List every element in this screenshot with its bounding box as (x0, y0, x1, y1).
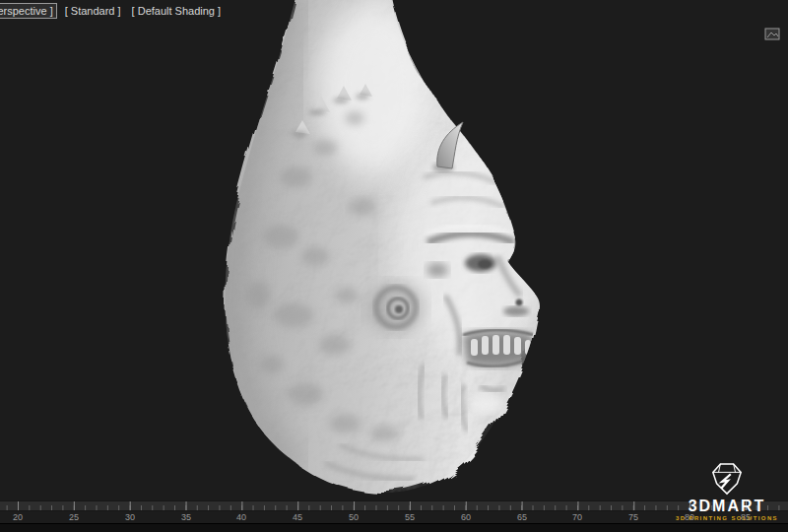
timeline-frame-label: 55 (405, 512, 415, 522)
viewport-pov-label[interactable]: [ Perspective ] (0, 3, 57, 19)
timeline-frame-label: 75 (628, 512, 638, 522)
timeline-frame-label: 40 (236, 512, 246, 522)
timeline-frame-label: 65 (517, 512, 527, 522)
viewport-shading-label[interactable]: [ Default Shading ] (129, 4, 225, 18)
viewport-corner-icon[interactable] (764, 27, 780, 39)
timeline-frame-label: 85 (741, 512, 751, 522)
timeline-frame-label: 35 (181, 512, 191, 522)
timeline-frame-label: 30 (125, 512, 135, 522)
sculpted-head-model (0, 0, 788, 532)
timeline-frame-label: 60 (461, 512, 471, 522)
timeline-frame-label: 70 (572, 512, 582, 522)
timeline-ruler[interactable] (0, 500, 788, 511)
timeline-frame-label: 50 (349, 512, 359, 522)
timeline-frame-label: 25 (69, 512, 79, 522)
viewport-label-bar: [ Perspective ] [ Standard ] [ Default S… (0, 3, 224, 19)
viewport-render-label[interactable]: [ Standard ] (62, 4, 124, 18)
timeline-frame-label: 45 (293, 512, 302, 522)
timeline-frame-label: 80 (685, 512, 694, 522)
track-bar-strip (0, 523, 788, 532)
viewport-canvas[interactable] (0, 0, 788, 532)
timeline-labels: 20 25 30 35 40 45 50 55 60 65 70 75 80 8… (0, 511, 788, 524)
timeline-frame-label: 20 (13, 512, 23, 522)
